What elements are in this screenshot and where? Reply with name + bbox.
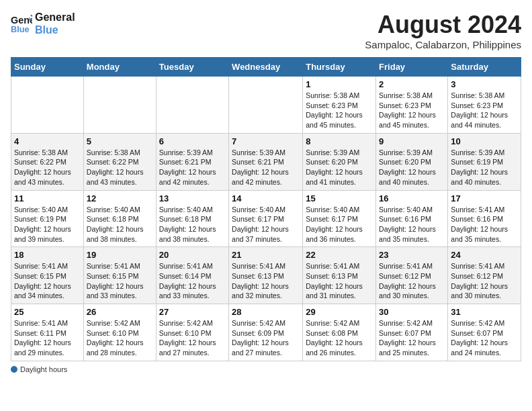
weekday-header-tuesday: Tuesday	[156, 58, 228, 77]
day-number: 31	[451, 307, 518, 317]
calendar-week-row: 4Sunrise: 5:38 AM Sunset: 6:22 PM Daylig…	[11, 133, 521, 190]
calendar-cell: 2Sunrise: 5:38 AM Sunset: 6:23 PM Daylig…	[376, 77, 448, 134]
calendar-cell: 15Sunrise: 5:40 AM Sunset: 6:17 PM Dayli…	[303, 190, 376, 247]
location: Sampaloc, Calabarzon, Philippines	[365, 39, 521, 50]
calendar-week-row: 25Sunrise: 5:41 AM Sunset: 6:11 PM Dayli…	[11, 304, 521, 361]
day-number: 25	[14, 307, 81, 317]
weekday-header-row: SundayMondayTuesdayWednesdayThursdayFrid…	[11, 58, 521, 77]
day-info: Sunrise: 5:42 AM Sunset: 6:08 PM Dayligh…	[306, 318, 373, 358]
calendar-cell: 24Sunrise: 5:41 AM Sunset: 6:12 PM Dayli…	[448, 247, 521, 304]
day-number: 30	[379, 307, 445, 317]
calendar-cell: 4Sunrise: 5:38 AM Sunset: 6:22 PM Daylig…	[11, 133, 84, 190]
calendar-cell: 21Sunrise: 5:41 AM Sunset: 6:13 PM Dayli…	[229, 247, 303, 304]
svg-text:Blue: Blue	[11, 24, 30, 34]
calendar-cell: 11Sunrise: 5:40 AM Sunset: 6:19 PM Dayli…	[11, 190, 84, 247]
calendar-week-row: 1Sunrise: 5:38 AM Sunset: 6:23 PM Daylig…	[11, 77, 521, 134]
day-info: Sunrise: 5:41 AM Sunset: 6:15 PM Dayligh…	[14, 261, 81, 301]
day-info: Sunrise: 5:40 AM Sunset: 6:18 PM Dayligh…	[159, 205, 226, 244]
calendar-cell: 7Sunrise: 5:39 AM Sunset: 6:21 PM Daylig…	[229, 133, 303, 190]
day-number: 27	[159, 307, 226, 317]
day-info: Sunrise: 5:41 AM Sunset: 6:13 PM Dayligh…	[306, 261, 373, 301]
day-info: Sunrise: 5:38 AM Sunset: 6:22 PM Dayligh…	[87, 148, 153, 187]
calendar-cell: 12Sunrise: 5:40 AM Sunset: 6:18 PM Dayli…	[83, 190, 156, 247]
day-number: 19	[87, 250, 153, 260]
day-number: 23	[379, 250, 445, 260]
day-info: Sunrise: 5:40 AM Sunset: 6:17 PM Dayligh…	[306, 205, 373, 244]
day-number: 17	[451, 193, 518, 203]
logo: General Blue General Blue	[11, 11, 75, 36]
day-number: 22	[306, 250, 373, 260]
day-info: Sunrise: 5:39 AM Sunset: 6:20 PM Dayligh…	[306, 148, 373, 187]
logo-general: General	[35, 11, 75, 24]
day-info: Sunrise: 5:40 AM Sunset: 6:16 PM Dayligh…	[379, 205, 445, 244]
calendar-cell: 23Sunrise: 5:41 AM Sunset: 6:12 PM Dayli…	[376, 247, 448, 304]
day-info: Sunrise: 5:40 AM Sunset: 6:19 PM Dayligh…	[14, 205, 81, 244]
day-number: 6	[159, 136, 226, 146]
day-number: 16	[379, 193, 445, 203]
day-info: Sunrise: 5:41 AM Sunset: 6:14 PM Dayligh…	[159, 261, 226, 301]
day-number: 21	[232, 250, 300, 260]
daylight-label: Daylight hours	[20, 365, 67, 373]
day-number: 28	[232, 307, 300, 317]
weekday-header-monday: Monday	[83, 58, 156, 77]
weekday-header-saturday: Saturday	[448, 58, 521, 77]
day-info: Sunrise: 5:42 AM Sunset: 6:07 PM Dayligh…	[451, 318, 518, 358]
footer: Daylight hours	[11, 365, 521, 373]
day-info: Sunrise: 5:40 AM Sunset: 6:17 PM Dayligh…	[232, 205, 300, 244]
weekday-header-wednesday: Wednesday	[229, 58, 303, 77]
calendar-cell: 1Sunrise: 5:38 AM Sunset: 6:23 PM Daylig…	[303, 77, 376, 134]
calendar-cell: 19Sunrise: 5:41 AM Sunset: 6:15 PM Dayli…	[83, 247, 156, 304]
calendar-week-row: 18Sunrise: 5:41 AM Sunset: 6:15 PM Dayli…	[11, 247, 521, 304]
calendar-cell	[156, 77, 228, 134]
calendar-cell: 18Sunrise: 5:41 AM Sunset: 6:15 PM Dayli…	[11, 247, 84, 304]
day-number: 11	[14, 193, 81, 203]
day-number: 14	[232, 193, 300, 203]
day-info: Sunrise: 5:40 AM Sunset: 6:18 PM Dayligh…	[87, 205, 153, 244]
calendar-cell: 27Sunrise: 5:42 AM Sunset: 6:10 PM Dayli…	[156, 304, 228, 361]
day-number: 26	[87, 307, 153, 317]
calendar-cell: 5Sunrise: 5:38 AM Sunset: 6:22 PM Daylig…	[83, 133, 156, 190]
calendar-cell: 29Sunrise: 5:42 AM Sunset: 6:08 PM Dayli…	[303, 304, 376, 361]
day-info: Sunrise: 5:42 AM Sunset: 6:07 PM Dayligh…	[379, 318, 445, 358]
day-info: Sunrise: 5:42 AM Sunset: 6:10 PM Dayligh…	[87, 318, 153, 358]
day-info: Sunrise: 5:41 AM Sunset: 6:16 PM Dayligh…	[451, 205, 518, 244]
day-info: Sunrise: 5:41 AM Sunset: 6:12 PM Dayligh…	[379, 261, 445, 301]
day-number: 18	[14, 250, 81, 260]
day-number: 15	[306, 193, 373, 203]
weekday-header-friday: Friday	[376, 58, 448, 77]
day-number: 2	[379, 79, 445, 89]
calendar-cell: 14Sunrise: 5:40 AM Sunset: 6:17 PM Dayli…	[229, 190, 303, 247]
calendar-cell: 9Sunrise: 5:39 AM Sunset: 6:20 PM Daylig…	[376, 133, 448, 190]
day-number: 1	[306, 79, 373, 89]
calendar-cell: 3Sunrise: 5:38 AM Sunset: 6:23 PM Daylig…	[448, 77, 521, 134]
month-year: August 2024	[365, 11, 521, 39]
weekday-header-thursday: Thursday	[303, 58, 376, 77]
calendar-cell: 8Sunrise: 5:39 AM Sunset: 6:20 PM Daylig…	[303, 133, 376, 190]
day-number: 7	[232, 136, 300, 146]
day-number: 20	[159, 250, 226, 260]
calendar-cell: 22Sunrise: 5:41 AM Sunset: 6:13 PM Dayli…	[303, 247, 376, 304]
day-number: 10	[451, 136, 518, 146]
calendar-cell: 31Sunrise: 5:42 AM Sunset: 6:07 PM Dayli…	[448, 304, 521, 361]
day-number: 29	[306, 307, 373, 317]
page-header: General Blue General Blue August 2024 Sa…	[11, 11, 521, 50]
day-number: 8	[306, 136, 373, 146]
calendar-cell	[83, 77, 156, 134]
day-number: 13	[159, 193, 226, 203]
calendar-cell	[229, 77, 303, 134]
day-info: Sunrise: 5:38 AM Sunset: 6:23 PM Dayligh…	[379, 91, 445, 130]
calendar-cell: 13Sunrise: 5:40 AM Sunset: 6:18 PM Dayli…	[156, 190, 228, 247]
calendar-cell: 28Sunrise: 5:42 AM Sunset: 6:09 PM Dayli…	[229, 304, 303, 361]
day-number: 9	[379, 136, 445, 146]
daylight-dot	[11, 366, 17, 373]
calendar-cell: 20Sunrise: 5:41 AM Sunset: 6:14 PM Dayli…	[156, 247, 228, 304]
calendar-cell: 10Sunrise: 5:39 AM Sunset: 6:19 PM Dayli…	[448, 133, 521, 190]
day-number: 3	[451, 79, 518, 89]
day-info: Sunrise: 5:38 AM Sunset: 6:23 PM Dayligh…	[306, 91, 373, 130]
day-info: Sunrise: 5:39 AM Sunset: 6:19 PM Dayligh…	[451, 148, 518, 187]
calendar-cell	[11, 77, 84, 134]
calendar-cell: 26Sunrise: 5:42 AM Sunset: 6:10 PM Dayli…	[83, 304, 156, 361]
calendar-table: SundayMondayTuesdayWednesdayThursdayFrid…	[11, 57, 521, 361]
calendar-cell: 30Sunrise: 5:42 AM Sunset: 6:07 PM Dayli…	[376, 304, 448, 361]
day-info: Sunrise: 5:42 AM Sunset: 6:10 PM Dayligh…	[159, 318, 226, 358]
